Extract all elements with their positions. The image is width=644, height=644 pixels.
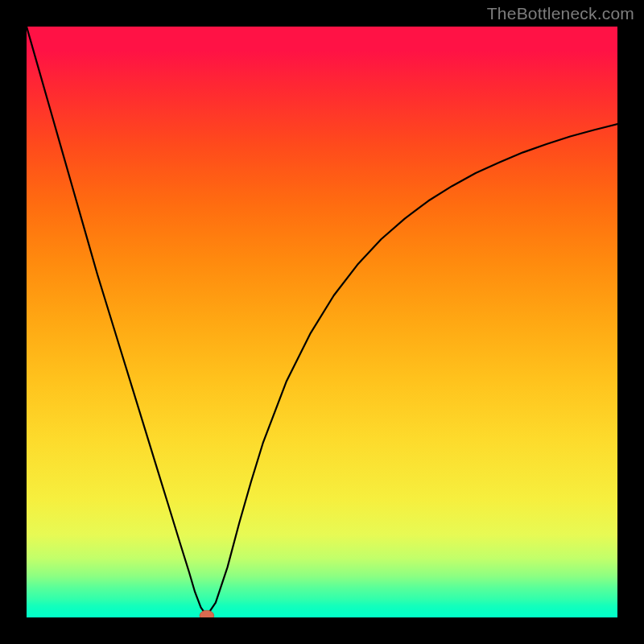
chart-frame: TheBottleneck.com: [0, 0, 644, 644]
bottleneck-curve: [27, 27, 617, 616]
plot-area: [27, 27, 617, 617]
minimum-marker: [200, 610, 214, 617]
watermark-text: TheBottleneck.com: [487, 4, 634, 23]
chart-svg: [27, 27, 617, 617]
